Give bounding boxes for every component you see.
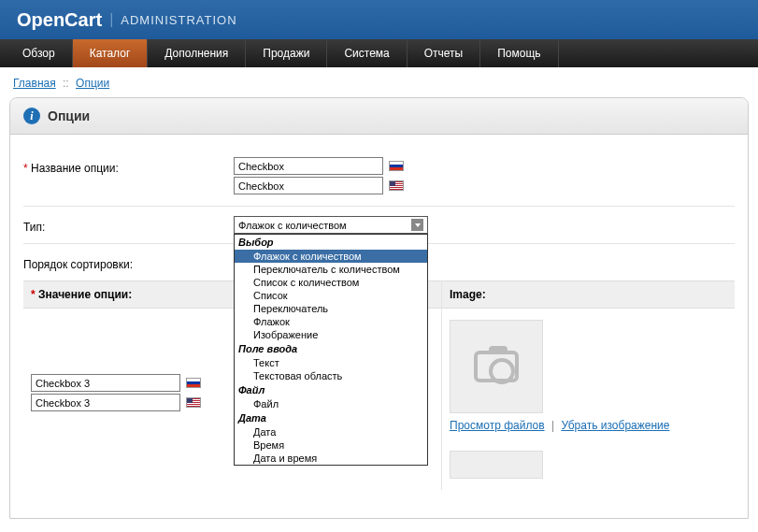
value-name-ru-input[interactable]: [31, 374, 180, 392]
flag-ru-icon: [389, 161, 404, 171]
menu-system[interactable]: Система: [327, 39, 407, 67]
required-mark: *: [31, 288, 36, 301]
content-panel: i Опции * Название опции: Тип:: [9, 97, 749, 519]
dd-group-date: Дата: [235, 410, 427, 425]
dd-opt[interactable]: Дата: [235, 425, 427, 439]
fields-type: Флажок с количеством Выбор Флажок с коли…: [234, 216, 735, 234]
dd-opt[interactable]: Переключатель: [235, 302, 427, 315]
main-menu: Обзор Каталог Дополнения Продажи Система…: [0, 39, 758, 67]
values-right-column: Image: Просмотр файлов | Убрать изображе…: [442, 280, 735, 490]
dd-opt[interactable]: Время: [235, 439, 427, 452]
image-body: Просмотр файлов | Убрать изображение: [442, 309, 735, 490]
image-links: Просмотр файлов | Убрать изображение: [450, 419, 727, 432]
dd-opt[interactable]: Список: [235, 289, 427, 302]
value-name-en-input[interactable]: [31, 394, 180, 411]
next-image-placeholder: [450, 451, 543, 479]
dd-group-input: Поле ввода: [235, 341, 427, 356]
info-icon: i: [23, 108, 40, 124]
label-type: Тип:: [23, 216, 234, 234]
required-mark: *: [23, 162, 28, 175]
row-type: Тип: Флажок с количеством Выбор Флажок с…: [23, 207, 735, 244]
dd-opt[interactable]: Переключатель с количеством: [235, 263, 427, 276]
dd-opt[interactable]: Флажок: [235, 315, 427, 328]
option-name-en-input[interactable]: [234, 177, 383, 194]
logo-text: OpenCart: [17, 9, 102, 31]
fields-option-name: [234, 157, 735, 196]
dd-group-choice: Выбор: [235, 235, 427, 250]
type-select[interactable]: Флажок с количеством: [234, 216, 428, 234]
menu-reports[interactable]: Отчеты: [408, 39, 480, 67]
panel-body: * Название опции: Тип: Флажок с кол: [10, 135, 748, 518]
dd-opt[interactable]: Текст: [235, 356, 427, 369]
menu-help[interactable]: Помощь: [480, 39, 558, 67]
link-divider: |: [551, 419, 554, 432]
menu-sales[interactable]: Продажи: [246, 39, 327, 67]
menu-overview[interactable]: Обзор: [6, 39, 73, 67]
flag-ru-icon: [186, 378, 201, 388]
breadcrumb: Главная :: Опции: [0, 67, 758, 97]
option-name-ru-input[interactable]: [234, 157, 383, 175]
image-heading: Image:: [442, 280, 735, 309]
flag-us-icon: [186, 397, 201, 408]
label-sort: Порядок сортировки:: [23, 253, 234, 271]
dd-opt[interactable]: Флажок с количеством: [235, 250, 427, 263]
dd-opt[interactable]: Файл: [235, 397, 427, 410]
type-select-wrap: Флажок с количеством Выбор Флажок с коли…: [234, 216, 428, 234]
row-option-name: * Название опции:: [23, 148, 735, 207]
dd-opt[interactable]: Список с количеством: [235, 276, 427, 289]
app-header: OpenCart | ADMINISTRATION: [0, 0, 758, 39]
label-option-name: * Название опции:: [23, 157, 234, 175]
dd-opt[interactable]: Изображение: [235, 328, 427, 341]
dd-opt[interactable]: Дата и время: [235, 452, 427, 465]
panel-title: Опции: [48, 108, 90, 123]
chevron-down-icon: [411, 219, 423, 231]
menu-extensions[interactable]: Дополнения: [148, 39, 246, 67]
dd-opt[interactable]: Текстовая область: [235, 369, 427, 382]
type-select-value: Флажок с количеством: [238, 220, 347, 231]
breadcrumb-current[interactable]: Опции: [76, 77, 109, 90]
browse-files-link[interactable]: Просмотр файлов: [450, 419, 545, 432]
header-subtitle: ADMINISTRATION: [121, 13, 236, 27]
flag-us-icon: [389, 180, 404, 191]
panel-header: i Опции: [10, 98, 748, 135]
camera-icon: [474, 351, 519, 382]
menu-catalog[interactable]: Каталог: [73, 39, 149, 67]
breadcrumb-sep: ::: [63, 77, 69, 90]
image-placeholder[interactable]: [450, 320, 543, 413]
logo-divider: |: [109, 11, 113, 28]
clear-image-link[interactable]: Убрать изображение: [561, 419, 669, 432]
type-dropdown: Выбор Флажок с количеством Переключатель…: [234, 234, 428, 466]
dd-group-file: Файл: [235, 382, 427, 397]
breadcrumb-home[interactable]: Главная: [13, 77, 56, 90]
